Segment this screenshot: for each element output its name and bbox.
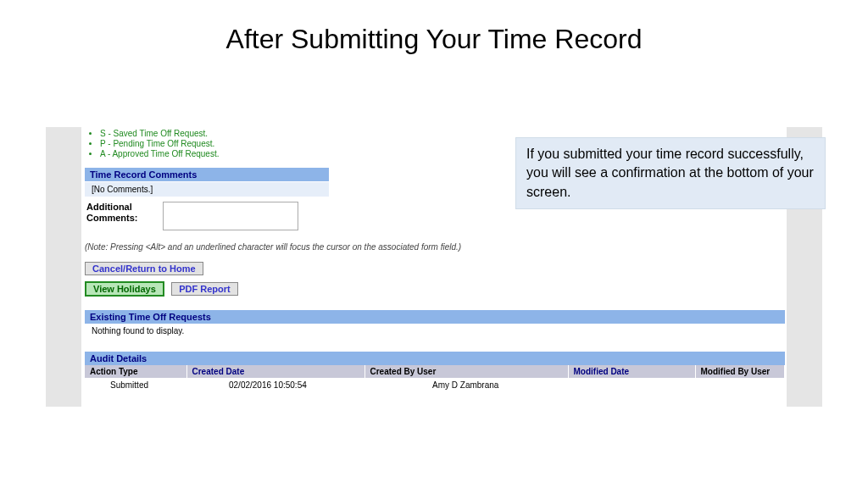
time-record-comments-header: Time Record Comments [85, 168, 329, 181]
cancel-return-button[interactable]: Cancel/Return to Home [85, 262, 203, 275]
cell-modified-date [568, 378, 695, 392]
col-modified-date[interactable]: Modified Date [568, 365, 695, 378]
button-group-1: Cancel/Return to Home [85, 260, 787, 275]
col-created-by[interactable]: Created By User [364, 365, 568, 378]
view-holidays-button[interactable]: View Holidays [85, 281, 164, 297]
col-action-type[interactable]: Action Type [85, 365, 186, 378]
col-modified-by[interactable]: Modified By User [695, 365, 785, 378]
pdf-report-button[interactable]: PDF Report [171, 282, 238, 296]
col-created-date[interactable]: Created Date [186, 365, 364, 378]
audit-table: Action Type Created Date Created By User… [85, 365, 785, 392]
audit-table-row: Submitted 02/02/2016 10:50:54 Amy D Zamb… [85, 378, 785, 392]
additional-comments-label: Additional Comments: [86, 202, 163, 224]
audit-table-header-row: Action Type Created Date Created By User… [85, 365, 785, 378]
gray-bg-left [46, 127, 81, 407]
audit-details-header: Audit Details [85, 352, 785, 365]
existing-requests-header: Existing Time Off Requests [85, 310, 785, 324]
additional-comments-input[interactable] [163, 202, 298, 230]
cell-action: Submitted [85, 378, 186, 392]
button-group-2: View Holidays PDF Report [85, 280, 787, 297]
no-comments-text: [No Comments.] [85, 181, 329, 197]
existing-requests-empty: Nothing found to display. [85, 324, 787, 338]
cell-modified-by [695, 378, 785, 392]
cell-created-by: Amy D Zambrana [364, 378, 568, 392]
confirmation-callout: If you submitted your time record succes… [515, 137, 826, 209]
cell-created-date: 02/02/2016 10:50:54 [186, 378, 364, 392]
slide-title: After Submitting Your Time Record [0, 0, 868, 55]
alt-key-note: (Note: Pressing <Alt> and an underlined … [85, 242, 787, 252]
